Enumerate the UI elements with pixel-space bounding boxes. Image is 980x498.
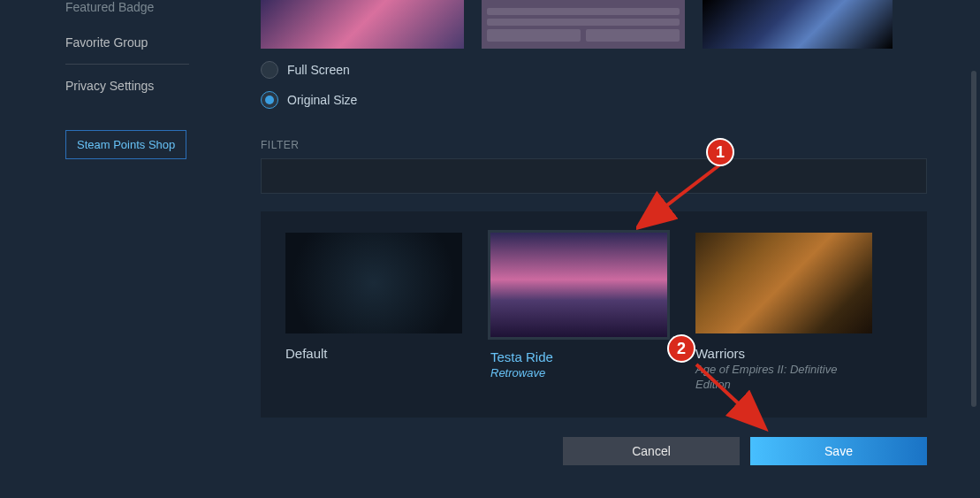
- filter-input[interactable]: [261, 158, 927, 194]
- steam-points-shop-button[interactable]: Steam Points Shop: [65, 130, 186, 159]
- background-item-warriors[interactable]: Warriors Age of Empires II: Definitive E…: [695, 233, 872, 393]
- radio-label: Original Size: [287, 93, 357, 107]
- background-grid: Default Testa Ride Retrowave Warriors Ag…: [261, 211, 927, 418]
- sidebar-divider: [65, 64, 189, 65]
- preview-thumb-original: [482, 0, 685, 49]
- preview-thumb-fullscreen: [261, 0, 464, 49]
- radio-full-screen[interactable]: Full Screen: [261, 61, 927, 79]
- sidebar-item-privacy-settings[interactable]: Privacy Settings: [65, 68, 243, 103]
- save-button[interactable]: Save: [750, 437, 927, 465]
- radio-circle-icon: [261, 91, 278, 109]
- action-row: Cancel Save: [261, 437, 927, 465]
- sidebar: Featured Badge Favorite Group Privacy Se…: [0, 0, 243, 498]
- background-thumb: [285, 233, 462, 333]
- profile-edit-window: Featured Badge Favorite Group Privacy Se…: [0, 0, 980, 498]
- sidebar-item-featured-badge[interactable]: Featured Badge: [65, 0, 243, 25]
- radio-dot-icon: [265, 96, 274, 104]
- background-item-testa-ride[interactable]: Testa Ride Retrowave: [490, 233, 667, 393]
- annotation-badge-1: 1: [706, 138, 734, 166]
- cancel-button[interactable]: Cancel: [563, 437, 740, 465]
- background-subtitle: Age of Empires II: Definitive Edition: [695, 363, 872, 393]
- background-title: Warriors: [695, 346, 872, 361]
- filter-label: FILTER: [261, 139, 927, 151]
- preview-thumb-extra: [703, 0, 893, 49]
- annotation-badge-2: 2: [667, 334, 695, 363]
- background-title: Testa Ride: [490, 349, 667, 364]
- radio-label: Full Screen: [287, 63, 350, 77]
- sidebar-item-favorite-group[interactable]: Favorite Group: [65, 25, 243, 60]
- display-mode-radio-group: Full Screen Original Size: [261, 61, 927, 121]
- radio-original-size[interactable]: Original Size: [261, 91, 927, 109]
- background-item-default[interactable]: Default: [285, 233, 462, 393]
- preview-row: [261, 0, 927, 49]
- main-content: Full Screen Original Size FILTER Default…: [243, 0, 980, 498]
- radio-circle-icon: [261, 61, 278, 79]
- background-thumb: [490, 233, 667, 337]
- scrollbar[interactable]: [971, 71, 976, 407]
- background-subtitle: Retrowave: [490, 366, 667, 381]
- background-thumb: [695, 233, 872, 333]
- background-title: Default: [285, 346, 462, 361]
